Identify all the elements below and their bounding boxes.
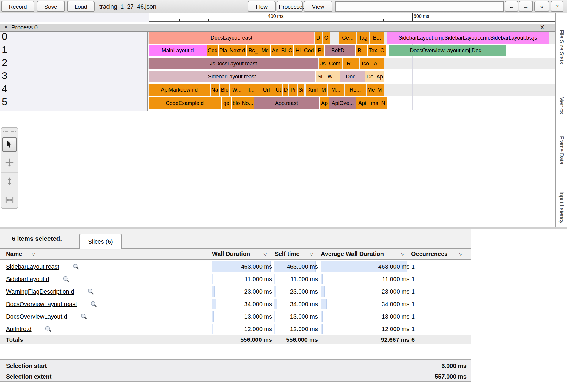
magnifier-icon[interactable] — [45, 326, 51, 332]
toolbox-drag-grip[interactable] — [3, 130, 16, 133]
timeline-slice[interactable]: R... — [343, 58, 359, 69]
collapse-triangle-icon[interactable]: ▼ — [4, 24, 8, 31]
timeline-slice[interactable]: JsDocsLayout.reast — [149, 58, 318, 69]
timeline-slice[interactable]: M... — [328, 84, 344, 96]
timeline-slice[interactable]: ge — [222, 97, 231, 109]
timeline-slice[interactable]: Si — [298, 84, 304, 96]
sort-icon[interactable]: ▽ — [401, 249, 405, 259]
timeline-slice[interactable]: Bl — [280, 45, 287, 56]
timeline-slice[interactable]: Next.d — [228, 45, 246, 56]
column-header-name[interactable]: Name — [6, 249, 22, 259]
timeline-slice[interactable]: Do — [365, 71, 375, 82]
load-button[interactable]: Load — [67, 1, 95, 12]
timeline-slice[interactable]: D — [315, 32, 322, 44]
timeline-slice[interactable]: Url — [259, 84, 274, 96]
timeline-slice[interactable]: Api — [356, 97, 368, 109]
view-options-button[interactable]: View Options — [304, 1, 332, 12]
selection-tool-button[interactable] — [1, 135, 18, 154]
panel-splitter[interactable] — [0, 227, 567, 229]
timeline-slice[interactable]: C — [287, 45, 293, 56]
close-process-button[interactable]: X — [540, 24, 544, 31]
timeline-slice[interactable]: An — [271, 45, 280, 56]
timeline-slice[interactable]: MainLayout.d — [149, 45, 207, 56]
column-header-average[interactable]: Average Wall Duration — [321, 249, 384, 259]
timeline-slice[interactable]: blo — [232, 97, 241, 109]
more-options-button[interactable]: » — [534, 1, 549, 12]
timeline-slice[interactable]: Na — [211, 84, 219, 96]
timeline-slice[interactable]: Tex — [368, 45, 378, 56]
timeline-slice[interactable]: Pr — [289, 84, 297, 96]
sort-icon[interactable]: ▽ — [32, 249, 35, 259]
timeline-slice[interactable]: SidebarLayout.cmj,SidebarLayout.cmi,Side… — [387, 32, 549, 44]
timeline-slice[interactable]: B... — [356, 45, 367, 56]
save-button[interactable]: Save — [37, 1, 65, 12]
timeline-slice[interactable]: ApiMarkdown.d — [149, 84, 210, 96]
timeline-slice[interactable]: Re... — [345, 84, 366, 96]
zoom-tool-button[interactable] — [1, 172, 18, 191]
timeline-slice[interactable]: B... — [370, 32, 384, 44]
timeline-slice[interactable]: Me — [367, 84, 376, 96]
timeline-slice[interactable]: N — [379, 97, 387, 109]
timeline-slice[interactable]: Xml — [306, 84, 320, 96]
timeline-slice[interactable]: Cod — [302, 45, 315, 56]
magnifier-icon[interactable] — [63, 276, 69, 282]
timeline-slice[interactable]: Doc... — [340, 71, 365, 82]
slice-name-link[interactable]: DocsOverviewLayout.reast — [6, 301, 77, 308]
timeline-slice[interactable]: A... — [371, 58, 384, 69]
sort-icon[interactable]: ▽ — [263, 249, 267, 259]
timeline-slice[interactable]: No... — [241, 97, 254, 109]
slice-name-link[interactable]: WarningFlagDescription.d — [6, 288, 74, 295]
timeline-slice[interactable]: Ge... — [339, 32, 356, 44]
timeline-slice[interactable]: D — [283, 84, 288, 96]
timeline-slice[interactable]: I... — [244, 84, 259, 96]
timeline-slice[interactable]: Tag — [357, 32, 369, 44]
timeline-slice[interactable]: ApiOve... — [329, 97, 356, 109]
record-button[interactable]: Record — [1, 1, 34, 12]
timeline-slice[interactable]: M — [376, 84, 384, 96]
timeline-slice[interactable]: W... — [324, 71, 340, 82]
sidebar-tab-frame-data[interactable]: Frame Data — [558, 136, 565, 164]
magnifier-icon[interactable] — [90, 301, 97, 307]
timeline-slice[interactable]: SidebarLayout.reast — [149, 71, 315, 82]
timeline-slice[interactable]: Com — [327, 58, 342, 69]
timeline-slice[interactable]: C — [323, 32, 330, 44]
timeline-slice[interactable]: DocsOverviewLayout.cmj,Doc... — [389, 45, 506, 56]
timeline-slice[interactable]: Ico — [360, 58, 371, 69]
help-button[interactable]: ? — [551, 1, 563, 12]
column-header-self[interactable]: Self time — [275, 249, 299, 259]
tab-slices[interactable]: Slices (6) — [79, 234, 122, 249]
timeline-slice[interactable]: Ap — [320, 97, 329, 109]
find-next-button[interactable]: → — [519, 1, 533, 12]
find-previous-button[interactable]: ← — [505, 1, 518, 12]
timeline-slice[interactable]: Pla — [219, 45, 228, 56]
column-header-wall[interactable]: Wall Duration — [212, 249, 250, 259]
slice-name-link[interactable]: SidebarLayout.reast — [6, 263, 59, 270]
magnifier-icon[interactable] — [73, 263, 79, 270]
track-area[interactable]: DocsLayout.reastDCGe...TagB...SidebarLay… — [148, 32, 555, 111]
timeline-slice[interactable]: M — [320, 84, 327, 96]
timeline-slice[interactable]: Bs_ — [247, 45, 260, 56]
slice-name-link[interactable]: DocsOverviewLayout.d — [6, 313, 67, 320]
timeline-slice[interactable]: DocsLayout.reast — [149, 32, 314, 44]
flow-events-button[interactable]: Flow events — [248, 1, 276, 12]
sidebar-tab-metrics[interactable]: Metrics — [558, 97, 565, 114]
search-input[interactable] — [335, 1, 504, 12]
magnifier-icon[interactable] — [81, 313, 87, 320]
timeline-slice[interactable]: W... — [230, 84, 244, 96]
timeline-slice[interactable]: Blo — [220, 84, 229, 96]
timeline-slice[interactable]: Ut — [274, 84, 282, 96]
timeline-slice[interactable]: Hi — [294, 45, 302, 56]
timeline-slice[interactable]: Bl — [316, 45, 324, 56]
timeline-slice[interactable]: C — [378, 45, 386, 56]
timeline-slice[interactable]: Ap — [375, 71, 384, 82]
timeline-slice[interactable]: Si — [316, 71, 324, 82]
magnifier-icon[interactable] — [87, 288, 94, 295]
timeline-slice[interactable]: Cod — [207, 45, 218, 56]
column-header-occurrences[interactable]: Occurrences — [411, 249, 447, 259]
timeline-slice[interactable]: BeltD... — [325, 45, 355, 56]
sidebar-tab-input-latency[interactable]: Input Latency — [558, 191, 565, 223]
sort-icon[interactable]: ▽ — [310, 249, 313, 259]
timeline-slice[interactable]: Md — [260, 45, 270, 56]
sort-icon[interactable]: ▽ — [459, 249, 463, 259]
pan-tool-button[interactable] — [1, 154, 18, 172]
